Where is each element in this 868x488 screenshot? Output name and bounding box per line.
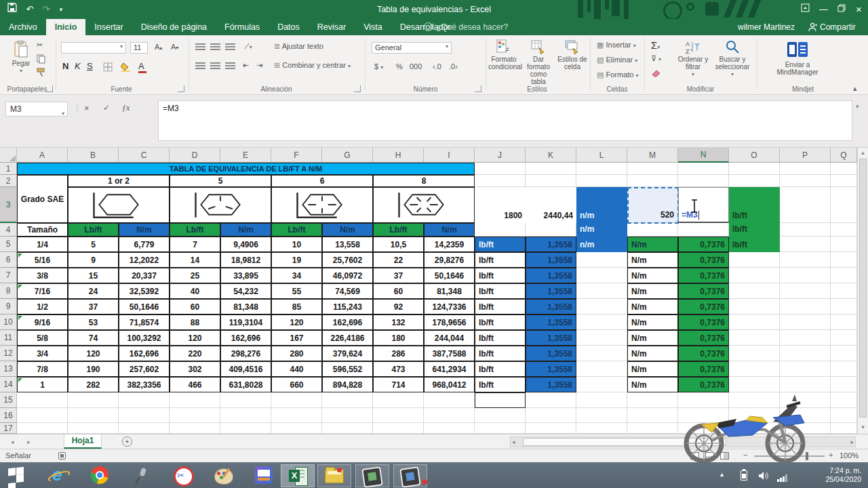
column-header-Q[interactable]: Q [831,148,857,163]
row-header-14[interactable]: 14 [0,377,17,392]
increase-decimal-icon[interactable]: ‹.0 [433,62,441,70]
cell-value[interactable]: 968,0412 [424,377,475,392]
insert-cells-button[interactable]: ▦ Insertar ▾ [597,41,636,49]
grid-cell[interactable] [475,175,526,187]
cell-N3-editing[interactable]: =M3 [678,187,729,223]
cell-value[interactable]: 382,3356 [119,377,170,392]
unit-header[interactable]: N/m [119,223,170,237]
cell-value[interactable]: 120 [170,330,220,346]
decrease-decimal-icon[interactable]: .0› [449,62,458,70]
grid-cell[interactable] [627,423,678,434]
grid-cell[interactable] [729,346,780,361]
row-header-4[interactable]: 4 [0,223,17,237]
cell-K9[interactable]: 1,3558 [526,299,576,314]
grid-cell[interactable] [729,330,780,346]
conditional-format-button[interactable]: ≠ Formato condicional [488,39,519,70]
ribbon-tab-dise-o-de-p-gina[interactable]: Diseño de página [132,19,216,35]
cell-value[interactable]: 115,243 [322,299,373,314]
grid-cell[interactable] [831,361,857,377]
row-header-2[interactable]: 2 [0,175,17,187]
unit-header[interactable]: N/m [322,223,373,237]
grid-cell[interactable] [17,408,68,423]
cell-K8[interactable]: 1,3558 [526,283,576,299]
grid-cell[interactable] [831,346,857,361]
cell-L4[interactable]: n/m [576,223,627,237]
grid-cell[interactable] [576,408,627,423]
grid-cell[interactable] [627,408,678,423]
grid-cell[interactable] [627,163,678,175]
cell-value[interactable]: 100,3292 [119,330,170,346]
cell-value[interactable]: 40 [170,283,220,299]
row-header-17[interactable]: 17 [0,423,17,434]
font-name-input[interactable]: ▾ [61,42,126,54]
grid-cell[interactable] [780,346,831,361]
cell-J8[interactable]: lb/ft [475,283,526,299]
align-left-icon[interactable] [195,62,205,70]
cell-value[interactable]: 15 [68,268,119,283]
cell-J14[interactable]: lb/ft [475,377,526,392]
cell-J12[interactable]: lb/ft [475,346,526,361]
cell-value[interactable]: 387,7588 [424,346,475,361]
grade-header-4[interactable]: 8 [373,175,475,187]
grid-cell[interactable] [678,163,729,175]
cell-value[interactable]: 60 [170,299,220,314]
cell-J6[interactable]: lb/ft [475,252,526,268]
cell-value[interactable]: 119,3104 [220,314,271,330]
cell-J11[interactable]: lb/ft [475,330,526,346]
ribbon-tab-inicio[interactable]: Inicio [46,19,86,35]
grade-bolt-icon-2[interactable] [170,187,271,223]
grid-cell[interactable] [576,175,627,187]
cell-value[interactable]: 37 [68,299,119,314]
grid-cell[interactable] [576,314,627,330]
unit-header[interactable]: Lb/ft [271,223,322,237]
unit-header[interactable]: Lb/ft [68,223,119,237]
number-format-select[interactable]: General▾ [372,42,452,54]
battery-icon[interactable] [741,470,747,481]
row-header-9[interactable]: 9 [0,299,17,314]
close-button[interactable]: × [850,1,867,18]
cell-M3-selected[interactable]: 520 [627,187,679,224]
column-header-G[interactable]: G [322,148,373,163]
grid-cell[interactable] [780,361,831,377]
grid-cell[interactable] [576,346,627,361]
align-middle-icon[interactable] [210,43,220,51]
cell-K7[interactable]: 1,3558 [526,268,576,283]
row-header-16[interactable]: 16 [0,408,17,423]
taskbar-capture-2-button[interactable] [393,464,427,487]
grid-cell[interactable] [220,408,271,423]
column-header-O[interactable]: O [729,148,780,163]
grid-cell[interactable] [322,408,373,423]
column-header-K[interactable]: K [526,148,576,163]
cell-M7[interactable]: N/m [627,268,678,283]
collapse-ribbon-icon[interactable]: ▴ [853,84,857,93]
grade-bolt-icon-3[interactable] [271,187,373,223]
taskbar-excel-button[interactable]: X [281,464,315,487]
align-bottom-icon[interactable] [225,43,235,51]
cell-value[interactable]: 5 [68,237,119,252]
column-header-H[interactable]: H [373,148,424,163]
cell-value[interactable]: 440 [271,361,322,377]
cell-value[interactable]: 379,624 [322,346,373,361]
grid-cell[interactable] [729,314,780,330]
cell-M11[interactable]: N/m [627,330,678,346]
cell-K10[interactable]: 1,3558 [526,314,576,330]
undo-icon[interactable]: ↶ [22,1,38,18]
cell-value[interactable]: 466 [170,377,220,392]
cell-K13[interactable]: 1,3558 [526,361,576,377]
row-header-8[interactable]: 8 [0,283,17,299]
grid-cell[interactable] [526,408,576,423]
cell-value[interactable]: 18,9812 [220,252,271,268]
user-name[interactable]: wilmer Martinez [738,19,795,35]
cell-value[interactable]: 24 [68,283,119,299]
cell-M10[interactable]: N/m [627,314,678,330]
taskbar-file-manager-button[interactable] [317,464,351,487]
cell-value[interactable]: 162,696 [119,346,170,361]
cell-size-3/8[interactable]: 3/8 [17,268,68,283]
share-button[interactable]: Compartir [808,19,856,35]
grid-cell[interactable] [831,283,857,299]
column-header-P[interactable]: P [780,148,831,163]
cell-value[interactable]: 88 [170,314,220,330]
grid-cell[interactable] [831,237,857,252]
cell-value[interactable]: 32,5392 [119,283,170,299]
unit-header[interactable]: Lb/ft [170,223,220,237]
